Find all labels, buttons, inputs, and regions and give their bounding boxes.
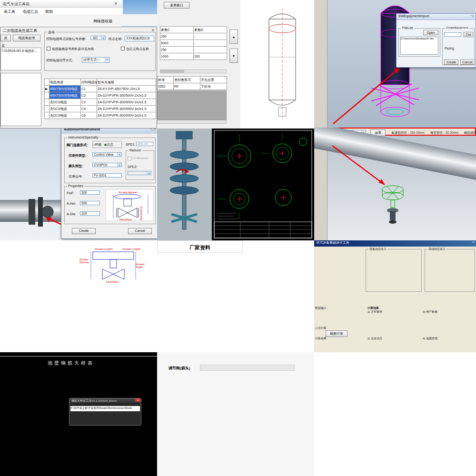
tag-input[interactable]: FV-0001 [92,173,122,178]
minimize-icon[interactable]: – [149,129,151,130]
move-down-button[interactable]: ▼ [229,49,238,63]
create-button[interactable]: Create [444,60,458,65]
calc-result-label: 计算结果 [315,337,327,341]
window-titlebar[interactable]: 塔式设备基础设计工具 ✕ [314,240,476,247]
menu-item[interactable]: 电缆汇总 [23,9,38,14]
cad-toolbar[interactable] [314,0,327,128]
panel-foundation-tool: 塔式设备基础设计工具 ✕ 设备信息录入 基础信息录入 数据输入 二次计算 截面计… [314,240,476,352]
cancel-button[interactable]: Cancel [460,60,475,65]
close-icon[interactable]: ✕ [472,14,474,18]
dialog-title: 二次电缆表生成工具 [3,28,37,33]
ftof-label: FtoF: [67,191,74,195]
process-button[interactable]: 电缆表处理 [13,35,40,41]
dialog-titlebar[interactable]: SWEquipmentImport ✕ – [397,14,476,20]
category-button[interactable]: 类 [0,35,11,41]
spd1-input[interactable]: 400.00 [136,142,153,146]
file-path-list[interactable]: C:\Users\xxx\Desktop\H.xlsx [400,37,438,55]
type-combo[interactable]: Control Valve▾ [92,152,122,157]
sort-combo[interactable]: 排序方式一▾ [82,57,109,63]
properties-label: Properties [67,184,84,188]
panel-pipe-instrument: AutoInsertInstrument ✕ ▢ – Instrument/Sp… [0,129,157,240]
spec-checkbox[interactable] [47,47,50,50]
cell: ZA-DJYPVPR-300/500V-3x2x1.5 [97,106,156,112]
head-combo[interactable]: CVOPO1▾ [92,163,122,167]
custom-checkbox[interactable] [121,47,125,50]
arrow-down-icon: ▼ [232,54,236,58]
close-icon[interactable]: ✕ [114,1,118,6]
ftof-input[interactable]: 300 [80,190,100,195]
branch-pipe-label: 阀组接管径： [464,131,476,134]
options-group: 选项 控制电缆终点设备位号后缀: -SD▾ 终点名称: XXX机柜间DCS 电缆… [44,32,156,71]
panel-rebar-schedule [314,352,476,476]
cancel-button[interactable]: Cancel [128,228,152,234]
properties-group: Properties FtoF: 300 A-Hei: 500 A-Dia: 2… [64,186,156,224]
empty-grid [157,90,227,120]
panel-standards: 厂家资料 [157,240,314,352]
h-scrollbar[interactable] [157,120,227,124]
table-row: 去DCS电缆C6ZA-DJYPVPR-300/500V-3x2x1.5 [45,112,156,119]
minimize-icon[interactable]: – [470,14,472,17]
h-scrollbar[interactable] [160,69,227,73]
close-icon[interactable]: ✕ [135,398,141,402]
dialog-titlebar[interactable]: 钢筋大样表工具V1.1.210104_Demo ✕ [69,398,141,405]
endpoint-input[interactable]: XXX机柜间DCS [125,36,154,41]
cell: 5000 [160,40,194,47]
base-info-label: 基础信息录入 [427,247,446,251]
panel-valve-sheet: Actuator Length1 Actuator Length2 Actuat… [0,240,157,352]
close-icon[interactable]: ✕ [154,129,156,130]
equip-info-group: 设备信息录入 [366,249,422,292]
file-list[interactable]: 7-0145GA-W1-6 电缆表... [0,48,41,70]
cell: 电缆用途 [50,79,81,86]
case1-label: 1) 正常操作 [367,310,382,314]
open-button[interactable]: Open [423,30,438,35]
cell: C1 [81,86,97,92]
vessel-sketch-panel [240,0,314,129]
section-calc-button[interactable]: 截面计算 [326,330,347,337]
cell: 参数C [160,27,194,33]
out-button[interactable]: Out [464,32,473,37]
path-field[interactable]: F:\00开发之路\开发测试\Details\Reinforcement\Det… [70,406,140,411]
menu-item[interactable]: 表工具 [4,9,15,14]
reuse-window-button[interactable]: 复用窗口 [164,2,189,9]
window-titlebar[interactable]: 电气专业工具箱 ✕ [0,0,123,8]
reducer-checkbox-label: ConReducer [132,157,149,159]
suffix-label: 控制电缆终点设备位号后缀: [46,37,86,41]
svg-text:Diameter: Diameter [79,261,89,264]
column-letters [0,240,157,244]
flange-radio-label[interactable]: 法兰 [107,143,113,146]
adia-label: A-Dia: [67,212,76,216]
drawing-canvas [212,129,314,240]
cell: - [194,40,227,47]
cad-toolbar[interactable] [314,136,327,240]
adia-input[interactable]: 200 [80,211,100,216]
move-up-button[interactable]: ▲ [229,30,238,44]
suffix-combo[interactable]: -SD▾ [90,36,106,40]
maximize-icon[interactable]: ▢ [151,129,154,130]
dialog-titlebar[interactable]: AutoInsertInstrument ✕ ▢ – [61,129,157,134]
ahei-input[interactable]: 500 [80,201,100,205]
create-button[interactable]: Create [72,228,96,234]
instrument-group-label: Instrument/Specialty [67,136,99,139]
license-label: 网络授权版 [93,19,112,24]
sheet-list[interactable] [0,73,41,126]
param-table: 参数C参数D250-5000-250-1000200 [160,26,227,60]
case2-label: 2) 充水试压 [367,337,382,341]
cell: C2 [81,99,97,106]
cell: ZA-DJYPVPR-300/500V-2x2x1.5 [97,92,156,99]
menu-item[interactable]: 帮助 [45,9,53,14]
endpoint-label: 终点名称: [109,37,122,41]
drawing-title: 池壁钢筋大样表 [48,360,94,367]
arrow-up-icon: ▲ [232,35,236,39]
dialog-title: 钢筋大样表工具V1.1.210104_Demo [69,399,117,402]
equip-input[interactable] [444,32,461,37]
file-item[interactable]: 7-0145GA-W1-6 电缆表... [1,48,41,54]
close-icon[interactable]: ✕ [472,240,475,244]
reducer-checkbox[interactable] [128,157,131,160]
weld-radio-label[interactable]: 焊接 [95,143,101,146]
filter-box[interactable] [200,365,295,371]
table-row: ▶450/750V控制电缆C1ZA-KYJVP-450/750V-10x1.5 [45,86,156,92]
cell: 参数D [194,27,227,33]
nozzle-table: 标准密封面形式开孔位置0552RF下封头 [157,76,227,90]
table-row: 去DCS电缆C4ZA-DJYPVPR-300/500V-3x2x1.5 [45,106,156,112]
type-label: 仪表件类型: [69,153,86,158]
